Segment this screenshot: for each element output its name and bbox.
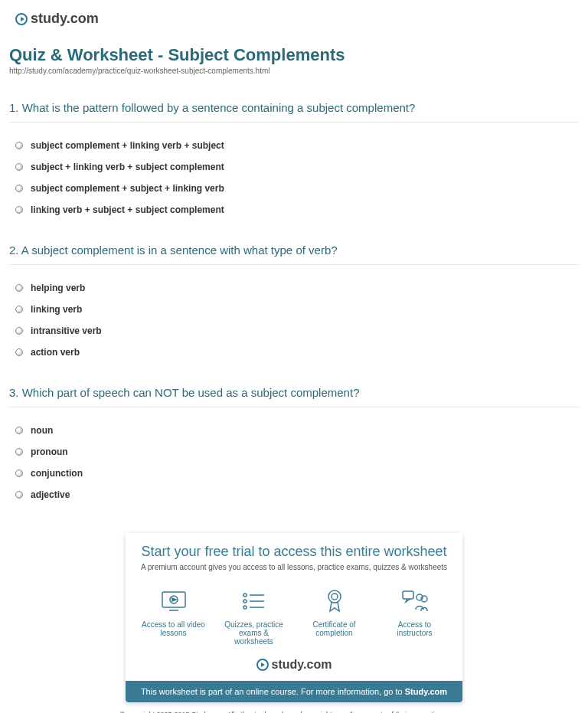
brand-name: study.com	[272, 658, 332, 672]
answer-option[interactable]: noun	[9, 420, 579, 441]
promo-subtitle: A premium account gives you access to al…	[138, 563, 450, 571]
answer-option[interactable]: linking verb + subject + subject complem…	[9, 199, 579, 221]
promo-brand-logo: study.com	[126, 653, 462, 681]
question-prompt: 2. A subject complement is in a sentence…	[9, 244, 579, 265]
question-block: 2. A subject complement is in a sentence…	[9, 244, 579, 363]
answer-option[interactable]: subject complement + linking verb + subj…	[9, 135, 579, 156]
radio-icon[interactable]	[15, 142, 23, 149]
option-label: subject complement + linking verb + subj…	[31, 140, 224, 151]
brand-logo: study.com	[9, 8, 579, 41]
svg-rect-11	[403, 591, 413, 599]
radio-icon[interactable]	[15, 185, 23, 192]
question-block: 1. What is the pattern followed by a sen…	[9, 101, 579, 221]
feature-video: Access to all video lessons	[139, 588, 208, 646]
promo-card: Start your free trial to access this ent…	[126, 533, 462, 702]
option-label: noun	[31, 425, 53, 436]
feature-certificate: Certificate of completion	[300, 588, 369, 646]
option-label: linking verb	[31, 304, 82, 315]
page-title: Quiz & Worksheet - Subject Complements	[9, 45, 579, 65]
option-label: action verb	[31, 347, 80, 358]
option-label: subject complement + subject + linking v…	[31, 183, 224, 194]
option-label: conjunction	[31, 468, 83, 479]
option-label: pronoun	[31, 446, 68, 457]
radio-icon[interactable]	[15, 327, 23, 335]
option-label: helping verb	[31, 283, 85, 293]
copyright: © copyright 2003-2015 Study.com. All oth…	[9, 702, 579, 713]
award-icon	[300, 588, 369, 614]
page-url: http://study.com/academy/practice/quiz-w…	[9, 67, 579, 75]
svg-point-7	[243, 606, 247, 609]
list-icon	[220, 588, 289, 614]
feature-label: Access to all video lessons	[139, 620, 208, 637]
answer-option[interactable]: subject + linking verb + subject complem…	[9, 156, 579, 178]
radio-icon[interactable]	[15, 284, 23, 292]
radio-icon[interactable]	[15, 469, 23, 477]
radio-icon[interactable]	[15, 306, 23, 313]
svg-point-9	[328, 590, 341, 603]
feature-label: Certificate of completion	[300, 620, 369, 637]
question-prompt: 3. Which part of speech can NOT be used …	[9, 386, 579, 407]
people-icon	[381, 588, 449, 614]
answer-option[interactable]: adjective	[9, 484, 579, 505]
radio-icon[interactable]	[15, 163, 23, 171]
promo-title: Start your free trial to access this ent…	[138, 544, 450, 560]
option-label: subject + linking verb + subject complem…	[31, 162, 224, 172]
answer-option[interactable]: action verb	[9, 342, 579, 363]
answer-option[interactable]: pronoun	[9, 441, 579, 463]
radio-icon[interactable]	[15, 448, 23, 456]
radio-icon[interactable]	[15, 348, 23, 356]
play-icon	[256, 659, 269, 671]
promo-banner-link[interactable]: Study.com	[405, 687, 447, 696]
question-prompt: 1. What is the pattern followed by a sen…	[9, 101, 579, 123]
radio-icon[interactable]	[15, 427, 23, 434]
svg-point-5	[243, 600, 247, 603]
feature-label: Quizzes, practice exams & worksheets	[220, 620, 289, 646]
svg-point-10	[332, 594, 338, 600]
promo-banner: This worksheet is part of an online cour…	[126, 681, 462, 702]
question-block: 3. Which part of speech can NOT be used …	[9, 386, 579, 505]
answer-option[interactable]: intransitive verb	[9, 320, 579, 342]
feature-label: Access to instructors	[381, 620, 449, 637]
video-icon	[139, 588, 208, 614]
option-label: adjective	[31, 489, 70, 500]
answer-option[interactable]: subject complement + subject + linking v…	[9, 178, 579, 199]
answer-option[interactable]: conjunction	[9, 463, 579, 484]
option-label: intransitive verb	[31, 325, 102, 336]
svg-point-3	[243, 594, 247, 597]
radio-icon[interactable]	[15, 206, 23, 214]
answer-option[interactable]: linking verb	[9, 299, 579, 320]
feature-quizzes: Quizzes, practice exams & worksheets	[220, 588, 289, 646]
radio-icon[interactable]	[15, 491, 23, 499]
answer-option[interactable]: helping verb	[9, 277, 579, 299]
play-icon	[15, 13, 28, 25]
option-label: linking verb + subject + subject complem…	[31, 204, 224, 215]
feature-instructors: Access to instructors	[381, 588, 449, 646]
brand-name: study.com	[31, 11, 99, 27]
